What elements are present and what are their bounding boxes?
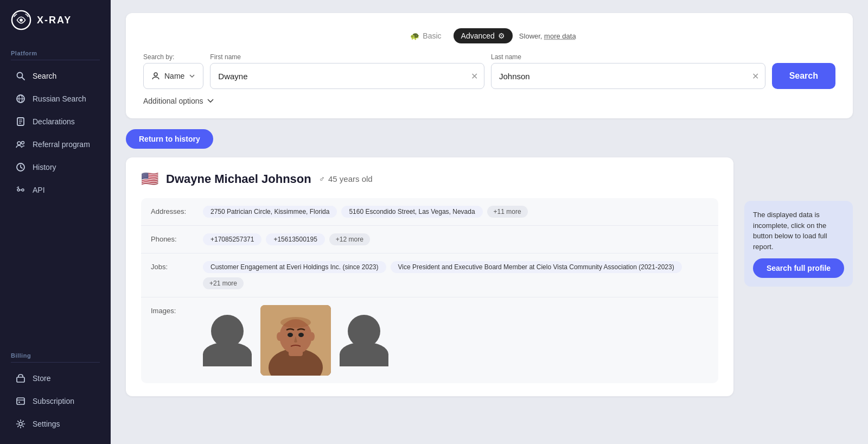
return-to-history-button[interactable]: Return to history	[126, 129, 213, 149]
first-name-group: First name ✕	[210, 53, 484, 89]
sidebar-item-russian-search-label: Russian Search	[33, 94, 86, 103]
sidebar-item-store[interactable]: Store	[4, 367, 106, 389]
phones-more[interactable]: +12 more	[329, 233, 370, 245]
search-button[interactable]: Search	[772, 63, 835, 89]
history-icon	[15, 162, 26, 173]
last-name-input[interactable]	[491, 63, 765, 89]
phone-tag-2: +15613500195	[266, 233, 324, 245]
addresses-label: Addresses:	[151, 206, 194, 215]
search-mode-row: 🐢 Basic Advanced ⚙ Slower, more data	[143, 28, 835, 43]
basic-mode-icon: 🐢	[410, 31, 419, 40]
phone-tag-1: +17085257371	[203, 233, 261, 245]
svg-point-22	[154, 73, 157, 76]
svg-point-12	[22, 142, 24, 144]
first-name-wrap: ✕	[210, 63, 484, 89]
main-content: 🐢 Basic Advanced ⚙ Slower, more data Sea…	[111, 0, 868, 444]
sidebar-item-subscription[interactable]: Subscription	[4, 390, 106, 412]
svg-point-31	[280, 317, 311, 328]
sidebar-item-settings[interactable]: Settings	[4, 413, 106, 435]
svg-point-15	[22, 189, 24, 191]
svg-point-21	[19, 422, 22, 426]
person-meta: ♂ 45 years old	[319, 174, 373, 183]
sidebar-item-store-label: Store	[33, 374, 50, 383]
mode-basic-btn[interactable]: 🐢 Basic	[403, 28, 449, 43]
sidebar-item-russian-search[interactable]: Russian Search	[4, 88, 106, 110]
job-tag-2: Vice President and Executive Board Membe…	[391, 261, 682, 273]
person-age: 45 years old	[328, 174, 373, 183]
avatar-placeholder-2	[340, 315, 388, 366]
phones-row: Phones: +17085257371 +15613500195 +12 mo…	[141, 226, 718, 253]
sidebar-item-api[interactable]: API	[4, 179, 106, 201]
svg-point-30	[309, 332, 315, 341]
svg-line-3	[22, 78, 25, 80]
last-name-group: Last name ✕	[491, 53, 765, 89]
images-values	[203, 305, 388, 376]
api-icon	[15, 185, 26, 195]
additional-options-label: Additional options	[143, 97, 203, 105]
sidebar-item-settings-label: Settings	[33, 420, 60, 428]
info-box-text: The displayed data is incomplete, click …	[753, 211, 827, 251]
search-inputs-row: Search by: Name First name ✕ Last name	[143, 53, 835, 89]
search-by-value: Name	[164, 72, 184, 80]
additional-options-row[interactable]: Additional options	[143, 97, 835, 105]
jobs-values: Customer Engagement at Everi Holdings In…	[203, 261, 709, 289]
address-tag-1: 2750 Patrician Circle, Kissimmee, Florid…	[203, 206, 337, 218]
platform-divider	[11, 60, 100, 60]
billing-section-label: Billing	[0, 342, 111, 362]
sidebar-item-referral-label: Referral program	[33, 140, 90, 149]
billing-divider	[11, 362, 100, 363]
slower-text: Slower, more data	[519, 32, 576, 40]
result-sidebar-panel: The displayed data is incomplete, click …	[744, 157, 853, 396]
flag-icon: 🇺🇸	[141, 170, 158, 187]
search-by-select[interactable]: Name	[143, 63, 203, 89]
svg-point-28	[298, 333, 304, 337]
svg-rect-18	[17, 398, 24, 404]
last-name-label: Last name	[491, 53, 765, 61]
sidebar-item-referral[interactable]: Referral program	[4, 134, 106, 155]
referral-icon	[15, 139, 26, 150]
sidebar-item-history[interactable]: History	[4, 156, 106, 178]
svg-point-14	[17, 189, 20, 191]
svg-rect-20	[18, 402, 20, 403]
images-row: Images:	[141, 297, 718, 383]
subscription-icon	[15, 396, 26, 407]
person-photo	[260, 305, 331, 376]
result-main: 🇺🇸 Dwayne Michael Johnson ♂ 45 years old…	[126, 157, 733, 396]
jobs-label: Jobs:	[151, 261, 194, 271]
gender-icon: ♂	[319, 174, 325, 183]
svg-point-1	[20, 18, 23, 22]
job-tag-1: Customer Engagement at Everi Holdings In…	[203, 261, 386, 273]
result-card: 🇺🇸 Dwayne Michael Johnson ♂ 45 years old…	[126, 157, 733, 396]
platform-section-label: Platform	[0, 40, 111, 60]
person-name: Dwayne Michael Johnson	[166, 172, 311, 186]
svg-rect-17	[17, 377, 24, 382]
first-name-clear-btn[interactable]: ✕	[471, 71, 478, 81]
search-icon	[15, 71, 26, 81]
address-more[interactable]: +11 more	[487, 206, 528, 218]
result-area: Return to history 🇺🇸 Dwayne Michael John…	[126, 129, 853, 396]
search-card: 🐢 Basic Advanced ⚙ Slower, more data Sea…	[126, 13, 853, 118]
globe-icon	[15, 93, 26, 104]
mode-advanced-btn[interactable]: Advanced ⚙	[454, 28, 513, 43]
avatar-placeholder-1	[203, 315, 252, 366]
advanced-mode-label: Advanced	[461, 31, 495, 40]
person-header: 🇺🇸 Dwayne Michael Johnson ♂ 45 years old	[141, 170, 718, 187]
info-box: The displayed data is incomplete, click …	[744, 201, 853, 287]
svg-point-29	[277, 332, 282, 341]
sidebar-item-search-label: Search	[33, 72, 56, 80]
settings-icon	[15, 418, 26, 429]
sidebar-item-search[interactable]: Search	[4, 65, 106, 87]
addresses-values: 2750 Patrician Circle, Kissimmee, Florid…	[203, 206, 709, 218]
search-by-group: Search by: Name	[143, 53, 203, 89]
jobs-more[interactable]: +21 more	[203, 277, 244, 289]
last-name-clear-btn[interactable]: ✕	[752, 71, 759, 81]
first-name-input[interactable]	[210, 63, 484, 89]
phones-values: +17085257371 +15613500195 +12 more	[203, 233, 709, 245]
advanced-mode-icon: ⚙	[498, 31, 505, 40]
sidebar-item-declarations[interactable]: Declarations	[4, 111, 106, 132]
address-tag-2: 5160 Escondido Street, Las Vegas, Nevada	[341, 206, 482, 218]
declarations-icon	[15, 116, 26, 127]
person-details: Addresses: 2750 Patrician Circle, Kissim…	[141, 198, 718, 383]
search-full-profile-button[interactable]: Search full profile	[753, 258, 844, 278]
images-label: Images:	[151, 305, 194, 315]
